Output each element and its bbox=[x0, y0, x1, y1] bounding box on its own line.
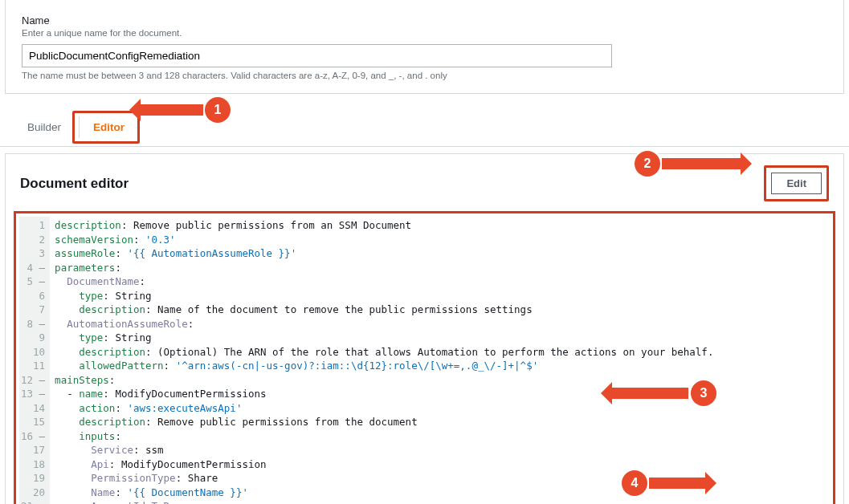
code-lines[interactable]: description: Remove public permissions f… bbox=[50, 217, 830, 504]
edit-button[interactable]: Edit bbox=[771, 173, 822, 194]
annotation-box-2: Edit bbox=[764, 165, 829, 201]
tabs-row: Builder Editor bbox=[0, 108, 849, 147]
tab-builder[interactable]: Builder bbox=[16, 115, 72, 140]
code-editor[interactable]: 1234 –5 –678 –9101112 –13 –141516 –17181… bbox=[19, 217, 830, 504]
annotation-box-1: Editor bbox=[72, 111, 140, 144]
document-editor-panel: Document editor Edit 1234 –5 –678 –91011… bbox=[5, 153, 844, 504]
line-gutter: 1234 –5 –678 –9101112 –13 –141516 –17181… bbox=[19, 217, 50, 504]
name-subtext: Enter a unique name for the document. bbox=[22, 28, 827, 38]
name-help: The name must be between 3 and 128 chara… bbox=[22, 71, 827, 80]
name-label: Name bbox=[22, 14, 827, 26]
name-input[interactable] bbox=[22, 44, 612, 67]
name-section: Name Enter a unique name for the documen… bbox=[5, 0, 844, 94]
annotation-box-3: 1234 –5 –678 –9101112 –13 –141516 –17181… bbox=[14, 211, 835, 504]
document-editor-title: Document editor bbox=[20, 176, 129, 192]
tab-editor[interactable]: Editor bbox=[82, 115, 136, 140]
tab-divider bbox=[79, 116, 80, 138]
